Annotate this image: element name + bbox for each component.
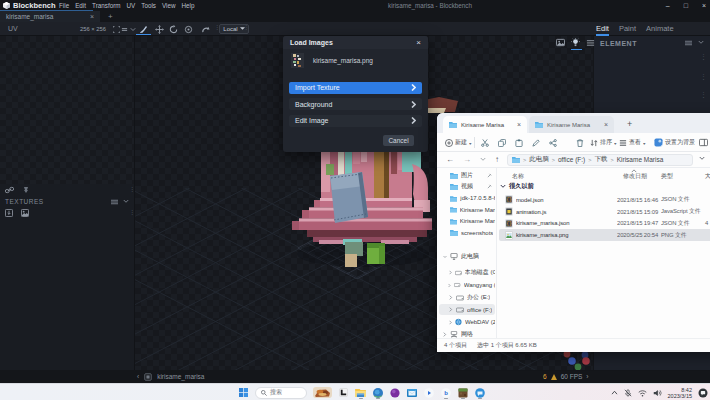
address-dropdown-icon[interactable] — [699, 156, 705, 161]
menu-file[interactable]: File — [59, 2, 69, 9]
tab-edit[interactable]: Edit — [596, 24, 609, 36]
statusbar-expand-icon[interactable]: › — [586, 373, 588, 380]
warning-triangle-icon[interactable] — [551, 374, 557, 380]
menu-uv[interactable]: UV — [126, 2, 135, 9]
sidebar-item-1[interactable]: 视频 — [439, 181, 495, 192]
viewport-gizmo[interactable] — [564, 351, 590, 370]
forward-icon[interactable]: → — [463, 155, 471, 164]
microphone-muted-icon[interactable] — [624, 389, 632, 397]
sort-button[interactable]: 排序 ▾ — [590, 133, 617, 152]
bing-app-icon[interactable]: b — [440, 386, 451, 399]
chat-app-icon[interactable] — [474, 386, 485, 399]
slider-drag-dots[interactable]: ⋮ — [700, 76, 707, 79]
project-tab[interactable]: kirisame_marisa × — [0, 11, 100, 22]
pivot-tool-icon[interactable] — [183, 24, 193, 34]
tab-close-icon[interactable]: × — [517, 121, 521, 128]
file-row-model.json[interactable]: {}model.json2021/8/15 16:46JSON 文件 — [499, 194, 710, 206]
menu-transform[interactable]: Transform — [92, 2, 120, 9]
statusbar-project-name[interactable]: kirisame_marisa — [157, 373, 204, 380]
breadcrumb-this-pc[interactable]: 此电脑 — [529, 155, 549, 164]
background-option[interactable]: Background — [289, 98, 422, 110]
group-header[interactable]: 很久以前 — [500, 182, 534, 191]
column-date[interactable]: 修改日期 — [623, 172, 647, 181]
import-texture-icon[interactable] — [5, 209, 13, 217]
explorer-tab-active[interactable]: Kirisame Marisa × — [443, 116, 527, 133]
paint-brush-tool-icon[interactable] — [138, 24, 148, 34]
browser-app-icon[interactable] — [372, 386, 383, 399]
file-explorer-app-icon[interactable] — [355, 386, 366, 399]
rename-button[interactable] — [532, 133, 540, 152]
purple-sphere-app-icon[interactable] — [389, 386, 400, 399]
import-texture-option[interactable]: Import Texture — [289, 82, 422, 94]
minecraft-app-icon[interactable] — [457, 386, 468, 399]
viewport-menu-icon[interactable] — [586, 38, 595, 47]
cut-button[interactable] — [481, 133, 489, 152]
search-highlight-image[interactable] — [313, 387, 332, 398]
slider-drag-dots[interactable]: ⋮ — [700, 94, 707, 97]
tab-close-icon[interactable]: × — [604, 121, 608, 128]
rotate-tool-icon[interactable] — [168, 24, 178, 34]
create-texture-icon[interactable] — [21, 209, 29, 217]
new-item-button[interactable]: 新建 ▾ — [445, 133, 472, 152]
notification-center-icon[interactable] — [698, 388, 708, 398]
anvil-icon[interactable] — [22, 186, 30, 194]
taskbar-clock[interactable]: 8:42 2023/3/15 — [668, 387, 692, 399]
vertex-snap-tool-icon[interactable] — [200, 24, 210, 34]
sidebar-item-drive-2[interactable]: 办公 (E:) — [439, 292, 495, 303]
minimize-button[interactable]: – — [666, 2, 670, 9]
media-player-app-icon[interactable] — [423, 386, 434, 399]
menu-view[interactable]: View — [162, 2, 176, 9]
textures-panel-header[interactable]: TEXTURES — [0, 196, 134, 207]
column-size[interactable]: 大小 — [705, 172, 710, 181]
chevron-down-icon[interactable] — [128, 24, 138, 34]
hidden-icons-chevron[interactable] — [611, 390, 618, 395]
menu-edit[interactable]: Edit — [75, 2, 86, 9]
breadcrumb-downloads[interactable]: 下载 — [595, 155, 608, 164]
menu-help[interactable]: Help — [181, 2, 194, 9]
mail-app-icon[interactable] — [406, 386, 417, 399]
project-tab-close-icon[interactable]: × — [90, 13, 94, 20]
sidebar-item-drive-1[interactable]: Wangyang (D:) — [439, 280, 495, 291]
file-row-kirisame_marisa.png[interactable]: kirisame_marisa.png2020/5/25 20:54PNG 文件 — [499, 229, 710, 241]
sidebar-item-drive-3[interactable]: office (F:) — [439, 304, 495, 315]
history-chevron-icon[interactable] — [480, 157, 486, 162]
tab-animate[interactable]: Animate — [646, 24, 674, 36]
sidebar-item-5[interactable]: screenshots — [439, 227, 495, 238]
edit-image-option[interactable]: Edit Image — [289, 115, 422, 127]
share-button[interactable] — [549, 133, 557, 152]
dialog-close-icon[interactable]: × — [416, 38, 421, 47]
sidebar-item-this-pc[interactable]: 此电脑 — [439, 251, 495, 262]
more-options-button[interactable]: P — [699, 133, 710, 152]
speaker-icon[interactable] — [653, 389, 662, 397]
sidebar-item-0[interactable]: 图片 — [439, 170, 495, 181]
taskview-app-icon[interactable] — [338, 386, 349, 399]
panel-collapse-icon[interactable] — [123, 199, 129, 204]
start-button[interactable] — [238, 386, 249, 399]
sidebar-item-drive-4[interactable]: WebDAV (Z:) — [439, 317, 495, 328]
breadcrumb-current-folder[interactable]: Kirisame Marisa — [617, 156, 664, 163]
network-icon[interactable] — [638, 389, 647, 397]
file-row-animation.js[interactable]: animation.js2021/8/15 15:09JavaScript 文件 — [499, 206, 710, 218]
statusbar-back-icon[interactable]: ‹ — [137, 373, 139, 380]
view-button[interactable]: 查看 ▾ — [619, 133, 646, 152]
sidebar-item-3[interactable]: Kirisame Maris — [439, 204, 495, 215]
link-icon[interactable] — [5, 186, 14, 194]
breadcrumb-drive[interactable]: office (F:) — [558, 156, 585, 163]
tab-paint[interactable]: Paint — [619, 24, 636, 36]
maximize-button[interactable]: □ — [684, 2, 688, 9]
new-project-tab-button[interactable]: + — [108, 12, 113, 21]
uv-editor-canvas[interactable] — [0, 36, 134, 184]
column-type[interactable]: 类型 — [661, 172, 673, 181]
sidebar-item-network[interactable]: 网络 — [439, 329, 495, 338]
move-tool-icon[interactable] — [154, 24, 164, 34]
set-as-background-button[interactable]: 设置为背景 — [654, 133, 695, 152]
copy-button[interactable] — [498, 133, 506, 152]
warning-count[interactable]: 6 — [543, 373, 547, 380]
taskbar-search-box[interactable]: 搜索 — [255, 387, 307, 399]
address-box[interactable]: > 此电脑 > office (F:) > 下载 > Kirisame Mari… — [507, 154, 693, 166]
paste-button[interactable] — [515, 133, 523, 152]
menu-tools[interactable]: Tools — [141, 2, 156, 9]
dialog-titlebar[interactable]: Load Images × — [283, 36, 428, 49]
panel-menu-icon[interactable] — [685, 40, 692, 46]
sidebar-item-drive-0[interactable]: 本地磁盘 (C:) — [439, 267, 495, 278]
